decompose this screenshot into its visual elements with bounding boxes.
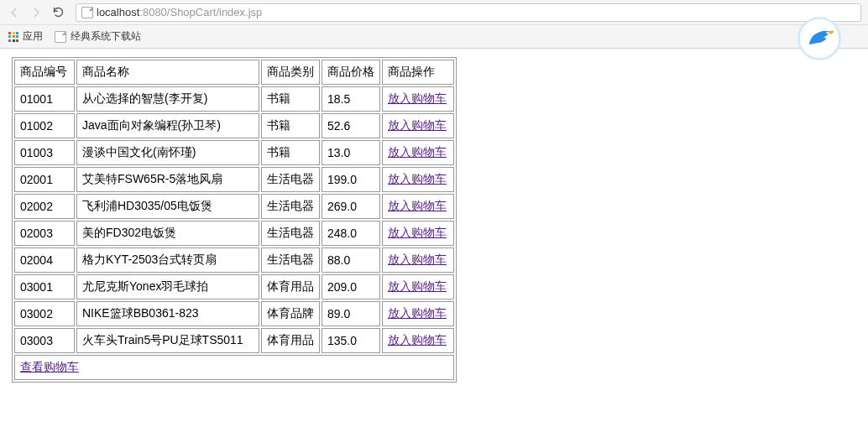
header-id: 商品编号	[14, 60, 75, 85]
cell-id: 02004	[14, 247, 75, 273]
header-operation: 商品操作	[382, 60, 454, 85]
apps-button[interactable]: 应用	[8, 29, 43, 44]
add-to-cart-link[interactable]: 放入购物车	[388, 226, 447, 239]
add-to-cart-link[interactable]: 放入购物车	[388, 172, 447, 185]
table-header-row: 商品编号 商品名称 商品类别 商品价格 商品操作	[14, 60, 454, 85]
add-to-cart-link[interactable]: 放入购物车	[388, 333, 447, 346]
page-content: 商品编号 商品名称 商品类别 商品价格 商品操作 01001从心选择的智慧(李开…	[0, 49, 868, 391]
svg-point-1	[826, 32, 829, 34]
page-icon	[55, 31, 66, 43]
cell-price: 89.0	[322, 301, 380, 326]
address-bar[interactable]: localhost:8080/ShopCart/index.jsp	[76, 3, 861, 22]
cell-name: 艾美特FSW65R-5落地风扇	[76, 167, 259, 192]
cell-operation: 放入购物车	[382, 167, 454, 192]
add-to-cart-link[interactable]: 放入购物车	[388, 253, 447, 266]
cell-id: 01003	[14, 140, 75, 165]
cell-category: 书籍	[261, 86, 320, 112]
cell-price: 18.5	[322, 86, 380, 112]
add-to-cart-link[interactable]: 放入购物车	[388, 118, 447, 132]
cell-operation: 放入购物车	[382, 328, 454, 353]
cell-operation: 放入购物车	[382, 86, 454, 112]
cell-price: 248.0	[322, 221, 380, 246]
cell-category: 生活电器	[261, 247, 320, 273]
back-button[interactable]	[7, 5, 22, 20]
cell-price: 135.0	[322, 328, 380, 353]
cell-category: 书籍	[261, 140, 320, 165]
cell-category: 生活电器	[261, 194, 320, 219]
add-to-cart-link[interactable]: 放入购物车	[388, 91, 447, 105]
cell-id: 01002	[14, 113, 75, 138]
forward-button[interactable]	[29, 5, 44, 20]
cell-price: 13.0	[322, 140, 380, 165]
cell-category: 生活电器	[261, 221, 320, 246]
cell-name: NIKE篮球BB0361-823	[76, 301, 259, 326]
cell-operation: 放入购物车	[382, 247, 454, 273]
table-row: 03002NIKE篮球BB0361-823体育品牌89.0放入购物车	[14, 301, 454, 326]
table-row: 03001尤尼克斯Yonex羽毛球拍体育用品209.0放入购物车	[14, 274, 454, 300]
table-row: 01003漫谈中国文化(南怀瑾)书籍13.0放入购物车	[14, 140, 454, 165]
cell-operation: 放入购物车	[382, 140, 454, 165]
cell-id: 02002	[14, 194, 75, 219]
table-row: 02002飞利浦HD3035/05电饭煲生活电器269.0放入购物车	[14, 194, 454, 219]
cell-id: 02003	[14, 221, 75, 246]
cell-category: 体育品牌	[261, 301, 320, 326]
table-row: 02003美的FD302电饭煲生活电器248.0放入购物车	[14, 221, 454, 246]
thunder-bird-icon[interactable]	[796, 15, 843, 62]
cell-price: 209.0	[322, 274, 380, 300]
cell-name: 美的FD302电饭煲	[76, 221, 259, 246]
cell-name: 尤尼克斯Yonex羽毛球拍	[76, 274, 259, 300]
view-cart-link[interactable]: 查看购物车	[20, 360, 79, 373]
url-path: :8080/ShopCart/index.jsp	[139, 6, 262, 18]
cell-price: 199.0	[322, 167, 380, 192]
cell-name: Java面向对象编程(孙卫琴)	[76, 113, 259, 138]
url-text: localhost:8080/ShopCart/index.jsp	[97, 6, 262, 18]
table-row: 02001艾美特FSW65R-5落地风扇生活电器199.0放入购物车	[14, 167, 454, 192]
cell-name: 飞利浦HD3035/05电饭煲	[76, 194, 259, 219]
cell-price: 88.0	[322, 247, 380, 273]
header-price: 商品价格	[322, 60, 380, 85]
view-cart-row: 查看购物车	[14, 355, 454, 380]
header-category: 商品类别	[261, 60, 320, 85]
cell-name: 漫谈中国文化(南怀瑾)	[76, 140, 259, 165]
apps-label: 应用	[23, 29, 43, 44]
cell-operation: 放入购物车	[382, 113, 454, 138]
table-row: 02004格力KYT-2503台式转页扇生活电器88.0放入购物车	[14, 247, 454, 273]
browser-toolbar: localhost:8080/ShopCart/index.jsp	[0, 0, 868, 25]
table-row: 01002Java面向对象编程(孙卫琴)书籍52.6放入购物车	[14, 113, 454, 138]
cell-name: 格力KYT-2503台式转页扇	[76, 247, 259, 273]
cell-id: 01001	[14, 86, 75, 112]
cell-id: 03001	[14, 274, 75, 300]
header-name: 商品名称	[76, 60, 259, 85]
cell-operation: 放入购物车	[382, 301, 454, 326]
cell-price: 52.6	[322, 113, 380, 138]
page-icon	[81, 7, 93, 18]
add-to-cart-link[interactable]: 放入购物车	[388, 199, 447, 212]
bookmark-link[interactable]: 经典系统下载站	[55, 29, 141, 44]
add-to-cart-link[interactable]: 放入购物车	[388, 306, 447, 320]
apps-icon	[8, 32, 18, 42]
cell-id: 03002	[14, 301, 75, 326]
table-row: 01001从心选择的智慧(李开复)书籍18.5放入购物车	[14, 86, 454, 112]
table-row: 03003火车头Train5号PU足球TS5011体育用品135.0放入购物车	[14, 328, 454, 353]
cell-operation: 放入购物车	[382, 194, 454, 219]
cell-category: 体育用品	[261, 274, 320, 300]
cell-operation: 放入购物车	[382, 221, 454, 246]
cell-price: 269.0	[322, 194, 380, 219]
bookmark-label: 经典系统下载站	[71, 29, 141, 44]
bookmarks-bar: 应用 经典系统下载站	[0, 25, 868, 49]
cell-category: 体育用品	[261, 328, 320, 353]
cell-category: 书籍	[261, 113, 320, 138]
reload-button[interactable]	[50, 5, 65, 20]
cell-operation: 放入购物车	[382, 274, 454, 300]
product-table: 商品编号 商品名称 商品类别 商品价格 商品操作 01001从心选择的智慧(李开…	[12, 57, 457, 383]
add-to-cart-link[interactable]: 放入购物车	[388, 279, 447, 293]
cell-id: 03003	[14, 328, 75, 353]
url-host: localhost	[97, 6, 139, 18]
cell-name: 火车头Train5号PU足球TS5011	[76, 328, 259, 353]
cell-id: 02001	[14, 167, 75, 192]
add-to-cart-link[interactable]: 放入购物车	[388, 145, 447, 159]
cell-name: 从心选择的智慧(李开复)	[76, 86, 259, 112]
cell-category: 生活电器	[261, 167, 320, 192]
